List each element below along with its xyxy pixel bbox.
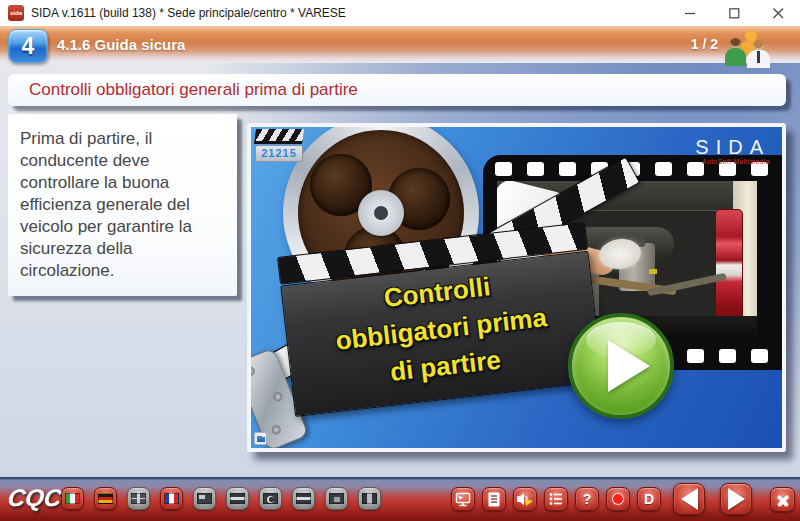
next-button[interactable] <box>720 483 752 515</box>
play-button[interactable] <box>568 313 674 419</box>
app-icon: sida <box>8 5 24 21</box>
list-button[interactable] <box>544 487 568 511</box>
window-titlebar: sida SIDA v.1611 (build 138) * Sede prin… <box>0 0 800 26</box>
help-icon: ? <box>583 491 592 507</box>
previous-button[interactable] <box>673 483 705 515</box>
bus-taillight <box>715 209 743 331</box>
german-flag-icon <box>98 493 113 504</box>
video-id-badge: 21215 <box>255 129 303 162</box>
close-window-button[interactable] <box>756 0 800 26</box>
greyed-flag-crescent-icon <box>263 493 278 504</box>
window-controls <box>668 0 800 26</box>
previous-arrow-icon <box>681 488 698 510</box>
french-flag-icon <box>164 493 179 504</box>
flag-button-italian[interactable] <box>61 487 84 510</box>
lesson-heading-box: Controlli obbligatori generali prima di … <box>8 74 786 106</box>
greyed-flag-icon-5 <box>329 493 344 504</box>
window-title: SIDA v.1611 (build 138) * Sede principal… <box>31 0 346 26</box>
language-flags <box>61 487 381 510</box>
document-icon <box>486 491 502 508</box>
video-scene: 21215 SIDA AutoSoft Multimedia <box>251 127 782 448</box>
mini-clapper-icon <box>254 129 304 144</box>
screen-icon <box>454 491 472 508</box>
flag-button-german[interactable] <box>94 487 117 510</box>
record-icon <box>612 493 624 505</box>
italian-flag-icon <box>65 493 80 504</box>
exit-button[interactable] <box>770 487 795 512</box>
maximize-button[interactable] <box>712 0 756 26</box>
flag-button-grey-1[interactable] <box>193 487 216 510</box>
chapter-header: 4 4.1.6 Guida sicura 1 / 2 <box>0 26 800 63</box>
cqc-logo: CQC <box>6 484 63 512</box>
help-button[interactable]: ? <box>575 487 599 511</box>
greyed-flag-icon-2 <box>230 493 245 504</box>
flag-button-grey-6[interactable] <box>358 487 381 510</box>
minimize-button[interactable] <box>668 0 712 26</box>
uk-flag-icon <box>131 493 146 504</box>
video-thumbnail[interactable]: 21215 SIDA AutoSoft Multimedia <box>247 123 786 452</box>
play-icon <box>608 340 650 392</box>
document-button[interactable] <box>482 487 506 511</box>
flag-button-grey-5[interactable] <box>325 487 348 510</box>
video-id-number: 21215 <box>255 145 303 162</box>
students-group-icon <box>726 30 772 70</box>
dictionary-icon: D <box>644 491 654 507</box>
list-icon <box>548 491 564 507</box>
flag-button-english[interactable] <box>127 487 150 510</box>
flag-button-grey-2[interactable] <box>226 487 249 510</box>
sida-watermark: SIDA AutoSoft Multimedia <box>695 137 770 165</box>
lesson-heading: Controlli obbligatori generali prima di … <box>8 74 786 105</box>
sida-logo-text: SIDA <box>695 137 770 157</box>
tiny-watermark-icon <box>254 432 267 445</box>
record-button[interactable] <box>606 487 630 511</box>
footer-toolbar: CQC <box>0 477 800 521</box>
greyed-flag-icon-1 <box>197 493 212 504</box>
lesson-paragraph: Prima di partire, il conducente deve con… <box>8 114 237 282</box>
screen-button[interactable] <box>451 487 475 511</box>
page-indicator: 1 / 2 <box>691 26 718 63</box>
chapter-number-badge: 4 <box>8 29 48 63</box>
maximize-icon <box>729 8 740 19</box>
flag-button-grey-3[interactable] <box>259 487 282 510</box>
lesson-text-panel: Prima di partire, il conducente deve con… <box>8 114 237 296</box>
audio-icon <box>516 491 534 507</box>
minimize-icon <box>685 8 696 19</box>
flag-button-grey-4[interactable] <box>292 487 315 510</box>
audio-button[interactable] <box>513 487 537 511</box>
clapperboard: Controlli obbligatori prima di partire <box>277 222 603 417</box>
chapter-title: 4.1.6 Guida sicura <box>57 26 185 63</box>
tool-buttons: ? D <box>451 487 661 511</box>
flag-button-french[interactable] <box>160 487 183 510</box>
dictionary-button[interactable]: D <box>637 487 661 511</box>
close-icon <box>773 8 784 19</box>
autosoft-subtext: AutoSoft Multimedia <box>695 158 770 165</box>
greyed-flag-icon-4 <box>296 493 311 504</box>
next-arrow-icon <box>728 488 745 510</box>
greyed-flag-icon-6 <box>362 493 377 504</box>
